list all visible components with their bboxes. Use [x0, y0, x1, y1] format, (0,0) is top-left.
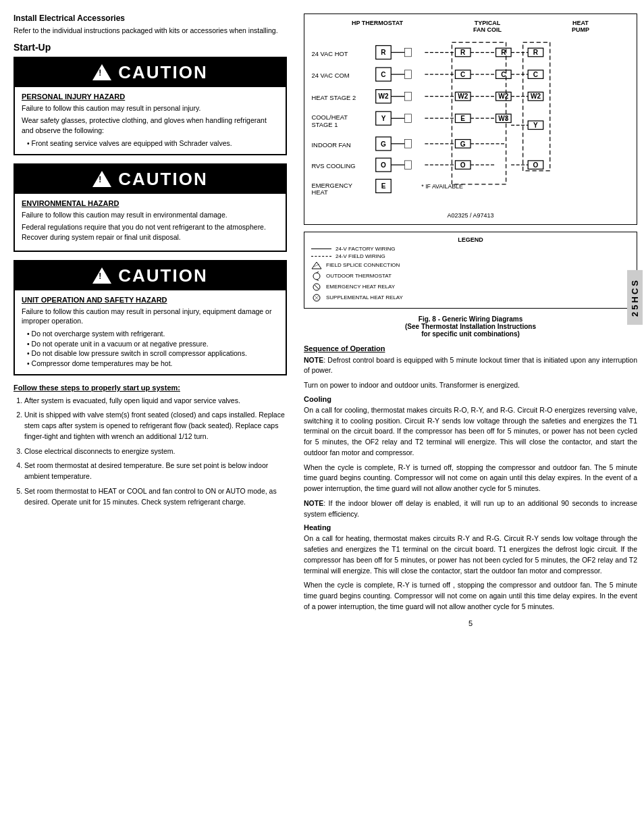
legend-title: LEGEND: [311, 236, 630, 243]
svg-text:24 VAC HOT: 24 VAC HOT: [312, 50, 348, 57]
svg-text:R: R: [460, 49, 466, 56]
svg-rect-84: [523, 43, 550, 171]
svg-text:E: E: [381, 182, 386, 190]
svg-text:C: C: [533, 71, 538, 78]
list-item: Do not operate unit in a vacuum or at ne…: [22, 339, 279, 349]
fig-subtitle: (See Thermostat Installation Instruction…: [405, 323, 536, 330]
caution-label-1: CAUTION: [118, 62, 207, 83]
list-item: Compressor dome temperatures may be hot.: [22, 359, 279, 369]
svg-text:R: R: [533, 49, 539, 56]
svg-text:STAGE 1: STAGE 1: [312, 121, 338, 128]
sequence-section: Sequence of Operation NOTE: Defrost cont…: [304, 344, 637, 613]
list-item: Set room thermostat at desired temperatu…: [24, 461, 287, 482]
svg-text:W2: W2: [498, 93, 508, 100]
svg-line-88: [317, 271, 319, 273]
follow-steps-title: Follow these steps to properly start up …: [14, 384, 287, 392]
list-item: Front seating service valves are equippe…: [22, 138, 279, 149]
heating-subtitle: Heating: [304, 523, 637, 531]
splice-icon: [311, 261, 322, 270]
svg-rect-28: [404, 140, 411, 149]
svg-text:W2: W2: [531, 93, 541, 100]
svg-text:C: C: [460, 71, 465, 78]
supplemental-relay-icon: [311, 293, 322, 303]
svg-text:COOL/HEAT: COOL/HEAT: [312, 113, 348, 121]
legend-item-emergency: EMERGENCY HEAT RELAY: [311, 282, 630, 292]
svg-text:G: G: [381, 140, 386, 148]
cooling-note: NOTE: If the indoor blower off delay is …: [304, 498, 637, 520]
svg-rect-20: [404, 92, 411, 101]
legend-text-emergency: EMERGENCY HEAT RELAY: [326, 284, 395, 290]
list-item: Unit is shipped with valve stem(s) front…: [24, 410, 287, 442]
svg-text:HEAT: HEAT: [312, 188, 329, 196]
cooling-note-label: NOTE: [304, 499, 323, 507]
page-number: 5: [304, 619, 637, 627]
sequence-note1: NOTE: Defrost control board is equipped …: [304, 355, 637, 377]
list-item: Do not disable low pressure switch in sc…: [22, 348, 279, 359]
heating-para1: On a call for heating, thermostat makes …: [304, 533, 637, 576]
svg-text:W2: W2: [378, 93, 388, 100]
list-item: Set room thermostat to HEAT or COOL and …: [24, 486, 287, 508]
svg-text:O: O: [533, 161, 539, 169]
svg-text:W2: W2: [458, 93, 468, 100]
svg-text:E: E: [460, 115, 465, 122]
svg-text:O: O: [381, 161, 386, 169]
legend-item-dashed: 24-V FIELD WIRING: [311, 253, 630, 259]
svg-text:INDOOR FAN: INDOOR FAN: [312, 141, 351, 149]
list-item: After system is evacuated, fully open li…: [24, 396, 287, 407]
caution-label-2: CAUTION: [118, 169, 207, 190]
caution1-para1: Failure to follow this caution may resul…: [22, 103, 279, 113]
legend-text-solid: 24-V FACTORY WIRING: [336, 246, 395, 252]
caution1-bullets: Front seating service valves are equippe…: [22, 138, 279, 149]
caution-body-1: PERSONAL INJURY HAZARD Failure to follow…: [15, 87, 286, 154]
cooling-para2: When the cycle is complete, R-Y is turne…: [304, 463, 637, 494]
svg-text:C: C: [501, 71, 506, 78]
caution-box-2: CAUTION ENVIRONMENTAL HAZARD Failure to …: [14, 163, 287, 252]
svg-rect-32: [404, 161, 411, 170]
hazard-title-3: UNIT OPERATION AND SAFETY HAZARD: [22, 296, 279, 304]
legend-item-splice: FIELD SPLICE CONNECTION: [311, 261, 630, 270]
diagram-headers: HP THERMOSTAT TYPICALFAN COIL HEATPUMP: [310, 20, 631, 33]
col-header-thermostat: HP THERMOSTAT: [352, 20, 403, 33]
svg-point-87: [313, 273, 320, 280]
startup-steps-list: After system is evacuated, fully open li…: [14, 396, 287, 508]
caution2-para2: Federal regulations require that you do …: [22, 222, 279, 242]
cooling-note-text: If the indoor blower off delay is enable…: [304, 499, 637, 518]
svg-text:Y: Y: [533, 122, 538, 129]
caution-label-3: CAUTION: [118, 265, 207, 286]
caution-header-1: CAUTION: [15, 58, 286, 87]
caution-body-2: ENVIRONMENTAL HAZARD Failure to follow t…: [15, 194, 286, 251]
outdoor-thermostat-icon: [311, 271, 322, 281]
svg-text:HEAT STAGE 2: HEAT STAGE 2: [312, 94, 356, 101]
caution-body-3: UNIT OPERATION AND SAFETY HAZARD Failure…: [15, 290, 286, 374]
note1-text: Defrost control board is equipped with 5…: [304, 356, 637, 375]
svg-text:O: O: [460, 161, 466, 169]
sequence-title: Sequence of Operation: [304, 344, 637, 353]
caution-header-2: CAUTION: [15, 165, 286, 194]
side-tab: 25HCS: [627, 270, 643, 325]
cooling-para1: On a call for cooling, thermostat makes …: [304, 405, 637, 459]
legend-box: LEGEND 24-V FACTORY WIRING 24-V FIELD WI…: [304, 232, 637, 309]
legend-text-splice: FIELD SPLICE CONNECTION: [326, 262, 400, 268]
legend-text-dashed: 24-V FIELD WIRING: [336, 253, 385, 259]
svg-rect-24: [404, 114, 411, 123]
svg-text:24 VAC COM: 24 VAC COM: [312, 72, 350, 79]
caution-triangle-icon-3: [92, 267, 111, 284]
legend-text-supplemental: SUPPLEMENTAL HEAT RELAY: [326, 294, 403, 301]
legend-item-solid: 24-V FACTORY WIRING: [311, 246, 630, 252]
sequence-intro: Turn on power to indoor and outdoor unit…: [304, 380, 637, 391]
caution-triangle-icon-2: [92, 171, 111, 187]
caution1-para2: Wear safety glasses, protective clothing…: [22, 115, 279, 135]
hazard-title-2: ENVIRONMENTAL HAZARD: [22, 199, 279, 207]
fig-subtitle2: for specific unit combinations): [421, 330, 520, 338]
svg-line-91: [315, 285, 319, 289]
caution-box-1: CAUTION PERSONAL INJURY HAZARD Failure t…: [14, 57, 287, 155]
svg-rect-16: [404, 70, 411, 79]
legend-text-outdoor: OUTDOOR THERMOSTAT: [326, 273, 392, 279]
legend-item-supplemental: SUPPLEMENTAL HEAT RELAY: [311, 293, 630, 303]
caution-box-3: CAUTION UNIT OPERATION AND SAFETY HAZARD…: [14, 260, 287, 375]
col-header-fancoil: TYPICALFAN COIL: [473, 20, 502, 33]
list-item: Do not overcharge system with refrigeran…: [22, 329, 279, 339]
emergency-relay-icon: [311, 282, 322, 292]
svg-text:Y: Y: [381, 115, 386, 122]
hazard-title-1: PERSONAL INJURY HAZARD: [22, 93, 279, 101]
